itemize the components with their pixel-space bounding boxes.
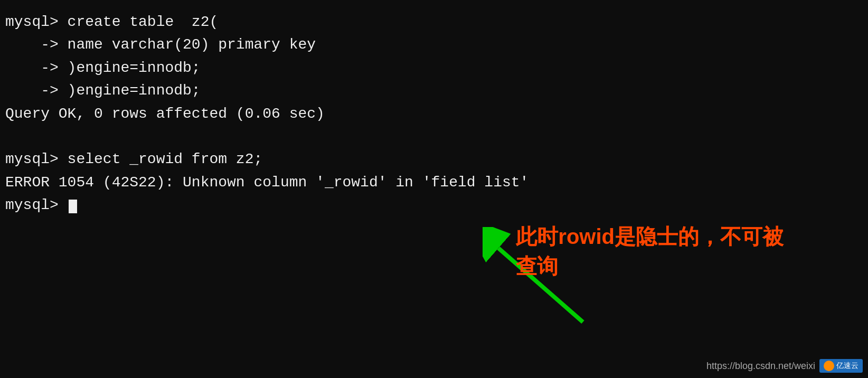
- terminal-line-3: -> )engine=innodb;: [5, 56, 863, 79]
- annotation-text: 此时rowid是隐士的，不可被查询: [516, 222, 784, 281]
- logo-text: 亿速云: [836, 361, 858, 371]
- watermark: https://blog.csdn.net/weixi 亿速云: [706, 359, 863, 373]
- terminal-line-7: mysql> select _rowid from z2;: [5, 148, 863, 171]
- terminal-prompt-line: mysql>: [5, 194, 863, 216]
- terminal-window: mysql> create table z2( -> name varchar(…: [0, 0, 868, 378]
- terminal-error-line: ERROR 1054 (42S22): Unknown column '_row…: [5, 171, 863, 194]
- terminal-line-6: [5, 125, 863, 148]
- terminal-line-5: Query OK, 0 rows affected (0.06 sec): [5, 102, 863, 125]
- terminal-line-2: -> name varchar(20) primary key: [5, 33, 863, 56]
- watermark-logo: 亿速云: [819, 359, 863, 373]
- terminal-content: mysql> create table z2( -> name varchar(…: [5, 11, 863, 217]
- terminal-cursor: [69, 200, 77, 213]
- logo-icon: [824, 361, 834, 371]
- watermark-url: https://blog.csdn.net/weixi: [706, 361, 815, 372]
- terminal-line-4: -> )engine=innodb;: [5, 79, 863, 102]
- terminal-line-1: mysql> create table z2(: [5, 11, 863, 33]
